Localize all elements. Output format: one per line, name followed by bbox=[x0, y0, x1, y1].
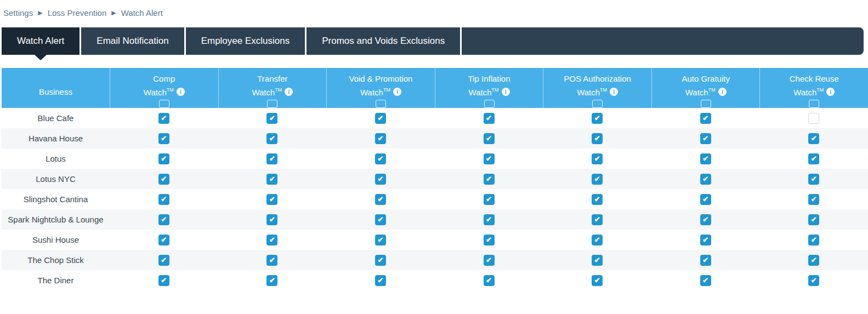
select-all-checkbox-comp[interactable] bbox=[159, 100, 169, 108]
checked-checkbox-transfer[interactable] bbox=[266, 255, 277, 266]
breadcrumb-separator-icon: ▶ bbox=[38, 7, 42, 19]
checked-checkbox-auto-gratuity[interactable] bbox=[700, 153, 711, 164]
checked-checkbox-transfer[interactable] bbox=[266, 133, 277, 144]
tab-label: Watch Alert bbox=[17, 36, 64, 47]
checked-checkbox-tip-inflation[interactable] bbox=[484, 214, 495, 225]
checked-checkbox-void-promotion[interactable] bbox=[375, 275, 386, 286]
checked-checkbox-comp[interactable] bbox=[158, 194, 169, 205]
checked-checkbox-check-reuse[interactable] bbox=[808, 255, 819, 266]
checked-checkbox-void-promotion[interactable] bbox=[375, 235, 386, 246]
checked-checkbox-pos-authorization[interactable] bbox=[592, 194, 603, 205]
select-all-checkbox-pos-authorization[interactable] bbox=[592, 100, 603, 108]
select-all-checkbox-check-reuse[interactable] bbox=[809, 100, 819, 108]
cell-pos-authorization bbox=[543, 194, 651, 205]
checked-checkbox-pos-authorization[interactable] bbox=[592, 255, 603, 266]
checked-checkbox-check-reuse[interactable] bbox=[808, 235, 819, 246]
checked-checkbox-auto-gratuity[interactable] bbox=[700, 194, 711, 205]
checked-checkbox-void-promotion[interactable] bbox=[375, 133, 386, 144]
checked-checkbox-auto-gratuity[interactable] bbox=[700, 255, 711, 266]
checked-checkbox-tip-inflation[interactable] bbox=[484, 153, 495, 164]
checked-checkbox-pos-authorization[interactable] bbox=[592, 214, 603, 225]
checked-checkbox-tip-inflation[interactable] bbox=[484, 275, 495, 286]
checked-checkbox-void-promotion[interactable] bbox=[375, 174, 386, 185]
column-title: Auto Gratuity bbox=[682, 73, 730, 84]
checked-checkbox-tip-inflation[interactable] bbox=[484, 235, 495, 246]
unchecked-checkbox-check-reuse[interactable] bbox=[808, 113, 819, 124]
checked-checkbox-comp[interactable] bbox=[158, 113, 169, 124]
select-all-checkbox-auto-gratuity[interactable] bbox=[701, 100, 711, 108]
info-icon[interactable]: i bbox=[285, 88, 293, 96]
info-icon[interactable]: i bbox=[826, 88, 835, 96]
select-all-checkbox-transfer[interactable] bbox=[267, 100, 277, 108]
checked-checkbox-pos-authorization[interactable] bbox=[592, 153, 603, 164]
select-all-checkbox-tip-inflation[interactable] bbox=[484, 100, 495, 108]
breadcrumb-item-settings[interactable]: Settings bbox=[3, 7, 33, 19]
checked-checkbox-comp[interactable] bbox=[158, 235, 169, 246]
cell-tip-inflation bbox=[435, 255, 543, 266]
checked-checkbox-transfer[interactable] bbox=[266, 275, 277, 286]
tab-email-notification[interactable]: Email Notification bbox=[81, 27, 184, 55]
checked-checkbox-void-promotion[interactable] bbox=[375, 153, 386, 164]
info-icon[interactable]: i bbox=[718, 88, 727, 96]
checked-checkbox-auto-gratuity[interactable] bbox=[700, 214, 711, 225]
table-row-lotus: Lotus bbox=[2, 149, 868, 169]
table-row-slingshot-cantina: Slingshot Cantina bbox=[2, 189, 868, 209]
checked-checkbox-transfer[interactable] bbox=[266, 113, 277, 124]
checked-checkbox-transfer[interactable] bbox=[266, 194, 277, 205]
checked-checkbox-void-promotion[interactable] bbox=[375, 255, 386, 266]
cell-comp bbox=[110, 255, 218, 266]
cell-auto-gratuity bbox=[651, 113, 760, 124]
checked-checkbox-check-reuse[interactable] bbox=[808, 214, 819, 225]
checked-checkbox-auto-gratuity[interactable] bbox=[700, 113, 711, 124]
cell-void-promotion bbox=[326, 194, 435, 205]
watch-word: WatchTM bbox=[360, 84, 390, 99]
checked-checkbox-check-reuse[interactable] bbox=[808, 174, 819, 185]
checked-checkbox-check-reuse[interactable] bbox=[808, 275, 819, 286]
info-icon[interactable]: i bbox=[610, 88, 618, 96]
checked-checkbox-auto-gratuity[interactable] bbox=[700, 174, 711, 185]
checked-checkbox-tip-inflation[interactable] bbox=[484, 133, 495, 144]
info-icon[interactable]: i bbox=[177, 88, 185, 96]
select-all-checkbox-void-promotion[interactable] bbox=[376, 100, 386, 108]
checked-checkbox-check-reuse[interactable] bbox=[808, 153, 819, 164]
checked-checkbox-void-promotion[interactable] bbox=[375, 194, 386, 205]
checked-checkbox-comp[interactable] bbox=[158, 214, 169, 225]
checked-checkbox-check-reuse[interactable] bbox=[808, 133, 819, 144]
checked-checkbox-pos-authorization[interactable] bbox=[592, 235, 603, 246]
checked-checkbox-tip-inflation[interactable] bbox=[484, 174, 495, 185]
checked-checkbox-tip-inflation[interactable] bbox=[484, 113, 495, 124]
cell-tip-inflation bbox=[435, 113, 543, 124]
checked-checkbox-auto-gratuity[interactable] bbox=[700, 275, 711, 286]
checked-checkbox-pos-authorization[interactable] bbox=[592, 133, 603, 144]
cell-void-promotion bbox=[326, 214, 435, 225]
checked-checkbox-pos-authorization[interactable] bbox=[592, 174, 603, 185]
cell-void-promotion bbox=[326, 174, 435, 185]
checked-checkbox-tip-inflation[interactable] bbox=[484, 194, 495, 205]
checked-checkbox-comp[interactable] bbox=[158, 133, 169, 144]
cell-comp bbox=[110, 194, 218, 205]
checked-checkbox-tip-inflation[interactable] bbox=[484, 255, 495, 266]
checked-checkbox-transfer[interactable] bbox=[266, 235, 277, 246]
checked-checkbox-auto-gratuity[interactable] bbox=[700, 133, 711, 144]
tab-promos-and-voids-exclusions[interactable]: Promos and Voids Exclusions bbox=[307, 27, 460, 55]
checked-checkbox-transfer[interactable] bbox=[266, 214, 277, 225]
checked-checkbox-pos-authorization[interactable] bbox=[592, 113, 603, 124]
checked-checkbox-comp[interactable] bbox=[158, 153, 169, 164]
checked-checkbox-pos-authorization[interactable] bbox=[592, 275, 603, 286]
checked-checkbox-comp[interactable] bbox=[158, 275, 169, 286]
cell-comp bbox=[110, 113, 218, 124]
checked-checkbox-comp[interactable] bbox=[158, 174, 169, 185]
checked-checkbox-void-promotion[interactable] bbox=[375, 214, 386, 225]
info-icon[interactable]: i bbox=[393, 88, 401, 96]
checked-checkbox-transfer[interactable] bbox=[266, 153, 277, 164]
tab-employee-exclusions[interactable]: Employee Exclusions bbox=[186, 27, 305, 55]
checked-checkbox-check-reuse[interactable] bbox=[808, 194, 819, 205]
checked-checkbox-comp[interactable] bbox=[158, 255, 169, 266]
checked-checkbox-void-promotion[interactable] bbox=[375, 113, 386, 124]
breadcrumb-item-loss-prevention[interactable]: Loss Prevention bbox=[48, 7, 107, 19]
checked-checkbox-auto-gratuity[interactable] bbox=[700, 235, 711, 246]
checked-checkbox-transfer[interactable] bbox=[266, 174, 277, 185]
info-icon[interactable]: i bbox=[502, 88, 510, 96]
tab-watch-alert[interactable]: Watch Alert bbox=[2, 27, 80, 55]
tab-label: Email Notification bbox=[97, 36, 168, 47]
